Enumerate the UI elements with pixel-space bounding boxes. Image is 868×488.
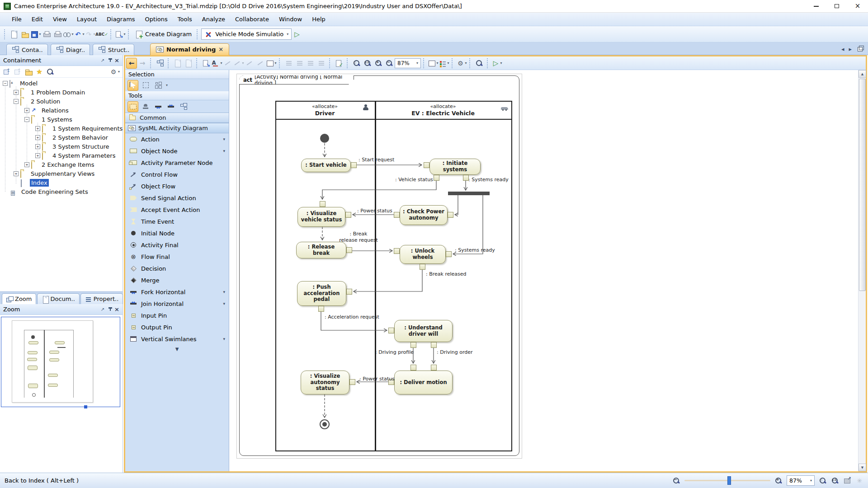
palette-item-accept-event-action[interactable]: Accept Event Action: [125, 204, 229, 216]
flow-label-vehicle-status[interactable]: : Vehicle status: [395, 177, 433, 183]
palette-more-chevron[interactable]: ▼: [125, 345, 229, 353]
collapse-all-icon[interactable]: [3, 68, 11, 76]
palette-item-join-horizontal[interactable]: Join Horizontal▾: [125, 298, 229, 310]
next-tab-icon[interactable]: ▸: [849, 46, 852, 52]
transfer-project-button[interactable]: ▾: [115, 29, 126, 40]
initial-node[interactable]: [320, 134, 329, 143]
tree-item-exchange-items[interactable]: +2 Exchange Items: [0, 160, 123, 169]
expand-expander[interactable]: +: [35, 153, 40, 158]
zoom-slider-thumb[interactable]: [727, 476, 731, 485]
scrollbar-thumb[interactable]: [859, 79, 866, 291]
align-center-button[interactable]: [294, 58, 305, 69]
flow-label-driving-profile[interactable]: : Driving profile: [375, 349, 414, 356]
tab-structure[interactable]: Struct..: [93, 44, 134, 55]
palette-item-activity-final[interactable]: Activity Final: [125, 239, 229, 251]
paste-button[interactable]: [183, 58, 194, 69]
fork-vertical-tool[interactable]: [153, 101, 164, 112]
expand-expander[interactable]: +: [35, 135, 40, 140]
save-button[interactable]: ▾: [30, 29, 41, 40]
fork-node[interactable]: [448, 192, 490, 195]
menu-diagrams[interactable]: Diagrams: [102, 14, 140, 24]
pin-unlock-wheels-input-2[interactable]: [446, 251, 452, 257]
scroll-up-button[interactable]: ▲: [859, 70, 866, 78]
run-button[interactable]: ▷▾: [491, 58, 502, 69]
print-button[interactable]: [41, 29, 52, 40]
menu-analyze[interactable]: Analyze: [198, 14, 230, 24]
find-button[interactable]: ▾: [63, 29, 74, 40]
tree-item-code-engineering-sets[interactable]: ⚙Code Engineering Sets: [0, 187, 123, 196]
redo-button[interactable]: ↷▾: [85, 29, 95, 40]
fit-in-window-icon[interactable]: □: [819, 477, 827, 485]
diagram-canvas[interactable]: act [Activity] Normal driving [ Normal d…: [230, 70, 859, 471]
open-in-new-tree-icon[interactable]: [24, 68, 33, 76]
lane-divider[interactable]: [375, 102, 376, 450]
run-simulation-button[interactable]: ▷: [292, 29, 302, 40]
bezier-path-button[interactable]: [255, 58, 266, 69]
expand-expander[interactable]: +: [24, 162, 29, 167]
flow-label-power-status-1[interactable]: : Power status: [357, 208, 392, 214]
common-group-bar[interactable]: Common: [125, 113, 229, 123]
tree-item-problem-domain[interactable]: +1 Problem Domain: [0, 88, 123, 97]
palette-item-output-pin[interactable]: →Output Pin: [125, 321, 229, 333]
pin-visualize-vehicle-status-input-2[interactable]: [345, 212, 351, 218]
tab-close-icon[interactable]: ✕: [218, 47, 223, 53]
menu-edit[interactable]: Edit: [27, 14, 47, 24]
flow-label-break-released[interactable]: : Break released: [426, 271, 467, 277]
pin-release-break-output[interactable]: [346, 247, 352, 253]
expand-expander[interactable]: +: [14, 90, 19, 95]
dropdown-caret[interactable]: ▾: [223, 137, 227, 141]
tab-documentation[interactable]: Docum..: [37, 293, 79, 304]
spell-check-button[interactable]: ABC✓: [95, 29, 108, 40]
action-deliver-motion[interactable]: : Deliver motion: [394, 371, 453, 394]
menu-help[interactable]: Help: [307, 14, 330, 24]
tree-item-system-parameters[interactable]: +4 System Parameters: [0, 151, 123, 160]
quick-search-icon[interactable]: [46, 68, 54, 76]
tab-normal-driving[interactable]: Normal driving ✕: [150, 43, 229, 55]
action-start-vehicle[interactable]: : Start vehicle: [301, 159, 351, 172]
action-initiate-systems[interactable]: : Initiate systems: [429, 159, 481, 175]
expand-expander[interactable]: +: [35, 126, 40, 131]
zoom-level-combobox[interactable]: 87%▾: [395, 58, 421, 68]
frame-header[interactable]: act [Activity] Normal driving [ Normal d…: [239, 75, 354, 84]
tab-diagrams[interactable]: Diagr..: [51, 44, 90, 55]
action-release-break[interactable]: : Release break: [296, 242, 346, 258]
action-visualize-autonomy-status[interactable]: : Visualize autonomy status: [301, 371, 349, 394]
pin-push-pedal-input[interactable]: [346, 289, 352, 295]
flow-label-start-request[interactable]: : Start request: [359, 157, 394, 163]
tree-item-model[interactable]: −Model: [0, 79, 123, 88]
activity-final-node[interactable]: [320, 419, 330, 429]
menu-tools[interactable]: Tools: [173, 14, 197, 24]
align-left-button[interactable]: [283, 58, 294, 69]
distribute-button[interactable]: [316, 58, 327, 69]
pin-deliver-motion-input-2[interactable]: [431, 365, 437, 371]
menu-window[interactable]: Window: [274, 14, 307, 24]
pin-icon[interactable]: [106, 306, 113, 313]
flow-label-break-release-request[interactable]: : Break release request: [337, 231, 380, 244]
pin-start-vehicle-output[interactable]: [351, 162, 357, 168]
oblique-path-button[interactable]: [244, 58, 255, 69]
tab-containment[interactable]: Conta..: [6, 44, 48, 55]
pin-understand-driver-input[interactable]: [388, 328, 394, 333]
expand-expander[interactable]: +: [14, 171, 19, 176]
viewport-resize-handle[interactable]: [84, 405, 87, 408]
flow-label-power-status-2[interactable]: : Power status: [359, 376, 395, 382]
expand-expander[interactable]: +: [24, 108, 29, 113]
collapse-selected-icon[interactable]: [14, 68, 22, 76]
collapse-expander[interactable]: −: [24, 117, 29, 122]
previous-tab-icon[interactable]: ◂: [841, 46, 844, 52]
pin-visualize-autonomy-input[interactable]: [349, 379, 355, 385]
menu-layout[interactable]: Layout: [72, 14, 101, 24]
zoom-out-button[interactable]: −: [384, 58, 395, 69]
create-diagram-button[interactable]: Create Diagram: [132, 29, 194, 40]
simulation-config-combobox[interactable]: Vehicle Mode Simulation ▾: [201, 28, 292, 40]
one-to-one-icon[interactable]: 1:1: [831, 477, 839, 485]
action-understand-driver-will[interactable]: : Understand driver will: [394, 320, 453, 342]
line-style-button[interactable]: [222, 58, 233, 69]
close-panel-icon[interactable]: ×: [114, 306, 119, 313]
pin-understand-driver-output-2[interactable]: [431, 342, 437, 348]
tree-item-system-requirements[interactable]: +1 System Requirements: [0, 124, 123, 133]
menu-file[interactable]: File: [7, 14, 26, 24]
selection-caret[interactable]: ▾: [166, 83, 168, 87]
action-push-acceleration-pedal[interactable]: : Push acceleration pedal: [297, 281, 346, 306]
close-panel-icon[interactable]: ×: [114, 57, 119, 64]
